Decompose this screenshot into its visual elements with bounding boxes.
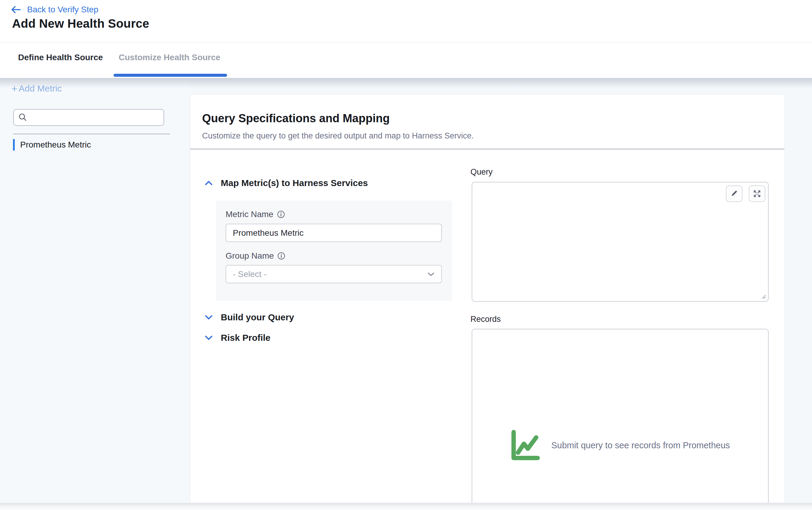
card-subtitle: Customize the query to get the desired o… (202, 131, 474, 141)
chevron-down-icon (204, 334, 213, 341)
chevron-down-icon (427, 272, 435, 276)
records-empty-text: Submit query to see records from Prometh… (551, 441, 730, 450)
section-map-metrics[interactable]: Map Metric(s) to Harness Services (204, 176, 368, 190)
section-label: Map Metric(s) to Harness Services (221, 178, 368, 188)
chevron-down-icon (204, 314, 213, 321)
add-metric-button[interactable]: + Add Metric (11, 82, 62, 95)
section-label: Risk Profile (221, 333, 270, 343)
select-placeholder: - Select - (233, 269, 266, 279)
map-metric-form-panel: Metric Name Group Name (216, 201, 452, 301)
plus-icon: + (11, 83, 18, 94)
selected-indicator-bar (13, 139, 15, 151)
group-name-select[interactable]: - Select - (226, 265, 442, 283)
content-area: + Add Metric Prometheus Metric Query Spe… (0, 78, 812, 510)
chevron-up-icon (204, 180, 213, 186)
section-label: Build your Query (221, 312, 294, 323)
info-icon[interactable] (277, 210, 285, 218)
query-textarea[interactable] (472, 182, 768, 301)
metric-name-input[interactable] (226, 224, 442, 242)
section-build-your-query[interactable]: Build your Query (204, 311, 294, 324)
sidebar-divider (13, 134, 170, 134)
card-title: Query Specifications and Mapping (202, 112, 390, 125)
tab-define-health-source[interactable]: Define Health Source (18, 53, 103, 62)
card-divider (190, 149, 784, 149)
query-label: Query (470, 168, 493, 177)
metric-search-input[interactable] (31, 113, 164, 122)
fullscreen-icon (753, 190, 761, 198)
info-icon[interactable] (278, 252, 285, 260)
page-title: Add New Health Source (12, 17, 149, 30)
line-chart-icon (510, 429, 542, 462)
back-link-label: Back to Verify Step (27, 5, 98, 14)
metric-search-box[interactable] (13, 109, 164, 126)
group-name-label: Group Name (226, 251, 274, 261)
page-header: Back to Verify Step Add New Health Sourc… (0, 0, 812, 43)
records-label: Records (470, 314, 501, 324)
group-name-label-row: Group Name (226, 251, 285, 261)
section-risk-profile[interactable]: Risk Profile (204, 331, 270, 344)
active-tab-underline (114, 74, 227, 77)
records-empty-state: Submit query to see records from Prometh… (472, 429, 768, 462)
metric-name-label-row: Metric Name (226, 210, 285, 219)
add-metric-label: Add Metric (19, 83, 62, 94)
sidebar-item-prometheus-metric[interactable]: Prometheus Metric (13, 137, 176, 153)
records-box: Submit query to see records from Prometh… (472, 329, 768, 510)
metric-name-label: Metric Name (226, 210, 273, 219)
search-icon (18, 113, 28, 122)
tab-customize-health-source[interactable]: Customize Health Source (119, 53, 221, 62)
expand-query-button[interactable] (749, 185, 765, 202)
metric-item-label: Prometheus Metric (20, 140, 91, 150)
query-specifications-card: Query Specifications and Mapping Customi… (190, 94, 785, 510)
query-editor-box (472, 182, 768, 302)
tab-bar: Define Health Source Customize Health So… (0, 43, 812, 78)
edit-query-button[interactable] (726, 185, 743, 202)
back-arrow-icon (11, 5, 21, 14)
metrics-sidebar: + Add Metric Prometheus Metric (0, 78, 190, 510)
back-to-verify-step-link[interactable]: Back to Verify Step (11, 4, 98, 16)
pencil-icon (730, 190, 738, 198)
